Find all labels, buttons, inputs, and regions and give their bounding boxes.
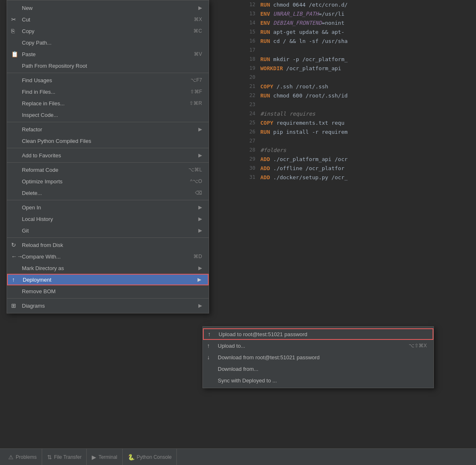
menu-item-clean-python[interactable]: Clean Python Compiled Files [7, 135, 209, 147]
cut-icon: ✂ [11, 16, 16, 23]
reload-from-disk-label: Reload from Disk [22, 242, 63, 248]
line-number: 31 [244, 174, 260, 180]
reformat-code-shortcut: ⌥⌘L [178, 167, 202, 173]
deployment-submenu: ↑Upload to root@test:51021 password↑Uplo… [202, 326, 434, 388]
menu-item-local-history[interactable]: Local History▶ [7, 213, 209, 225]
local-history-label: Local History [22, 216, 53, 222]
submenu-item-sync-with-deployed[interactable]: Sync with Deployed to ... [203, 375, 433, 386]
line-number: 30 [244, 165, 260, 171]
bottom-tab-python-console[interactable]: 🐍Python Console [123, 449, 177, 465]
paste-icon: 📋 [11, 51, 18, 57]
menu-item-open-in[interactable]: Open In▶ [7, 202, 209, 213]
bottom-tab-terminal[interactable]: ▶Terminal [87, 449, 122, 465]
copy-path-label: Copy Path... [22, 40, 52, 46]
line-content: ADD ./ocr_platform_api /ocr [260, 156, 347, 162]
compare-with-icon: ←→ [11, 253, 23, 260]
line-content: COPY /.ssh /root/.ssh [260, 83, 328, 90]
menu-item-refactor[interactable]: Refactor▶ [7, 123, 209, 135]
compare-with-shortcut: ⌘D [183, 254, 202, 259]
find-usages-shortcut: ⌥F7 [181, 77, 202, 83]
menu-item-reload-from-disk[interactable]: ↻Reload from Disk [7, 239, 209, 251]
code-line: 18RUN mkdir -p /ocr_platform_ [244, 55, 476, 64]
mark-directory-arrow: ▶ [198, 265, 202, 271]
paste-label: Paste [22, 51, 36, 57]
mark-directory-label: Mark Directory as [22, 265, 64, 271]
menu-item-cut[interactable]: ✂Cut⌘X [7, 14, 209, 25]
line-content: COPY requirements.txt requ [260, 120, 345, 126]
line-number: 18 [244, 56, 260, 62]
code-line: 17 [244, 45, 476, 55]
menu-item-find-usages[interactable]: Find Usages⌥F7 [7, 74, 209, 86]
menu-item-add-to-favorites[interactable]: Add to Favorites▶ [7, 149, 209, 161]
menu-item-diagrams[interactable]: ⊞Diagrams▶ [7, 300, 209, 311]
git-label: Git [22, 228, 29, 234]
code-line: 29ADD ./ocr_platform_api /ocr [244, 154, 476, 164]
line-number: 27 [244, 138, 260, 144]
menu-item-mark-directory[interactable]: Mark Directory as▶ [7, 262, 209, 274]
menu-item-git[interactable]: Git▶ [7, 225, 209, 236]
submenu-item-upload-to-root[interactable]: ↑Upload to root@test:51021 password [203, 328, 433, 340]
menu-item-delete[interactable]: Delete...⌫ [7, 187, 209, 199]
inspect-code-label: Inspect Code... [22, 112, 58, 118]
code-line: 21COPY /.ssh /root/.ssh [244, 82, 476, 91]
sync-with-deployed-label: Sync with Deployed to ... [218, 377, 277, 384]
copy-label: Copy [22, 28, 34, 34]
submenu-item-download-from[interactable]: Download from... [203, 363, 433, 375]
menu-item-new[interactable]: New▶ [7, 2, 209, 14]
path-from-repo-label: Path From Repository Root [22, 63, 87, 69]
file-transfer-icon: ⇅ [47, 454, 52, 460]
line-content: RUN mkdir -p /ocr_platform_ [260, 56, 347, 62]
git-arrow: ▶ [198, 228, 202, 233]
menu-separator [7, 148, 209, 148]
code-line: 19WORKDIR /ocr_platform_api [244, 64, 476, 73]
delete-label: Delete... [22, 190, 42, 196]
code-line: 24#install requires [244, 109, 476, 118]
menu-item-compare-with[interactable]: ←→Compare With...⌘D [7, 251, 209, 262]
download-from-label: Download from... [218, 366, 258, 372]
line-content: RUN chmod 600 /root/.ssh/id [260, 93, 347, 99]
menu-item-replace-in-files[interactable]: Replace in Files...⇧⌘R [7, 97, 209, 109]
menu-item-copy[interactable]: ⎘Copy⌘C [7, 25, 209, 37]
menu-item-remove-bom[interactable]: Remove BOM [7, 285, 209, 297]
line-number: 26 [244, 129, 260, 135]
remove-bom-label: Remove BOM [22, 288, 56, 294]
menu-item-path-from-repo[interactable]: Path From Repository Root [7, 60, 209, 71]
upload-to-root-icon: ↑ [208, 331, 211, 337]
upload-to-label: Upload to... [218, 343, 245, 349]
submenu-item-download-from-root[interactable]: ↓Download from root@test:51021 password [203, 351, 433, 363]
line-number: 14 [244, 20, 260, 26]
line-content: ENV UNRAR_LIB_PATH=/usr/li [260, 11, 345, 17]
open-in-arrow: ▶ [198, 204, 202, 210]
menu-item-find-in-files[interactable]: Find in Files...⇧⌘F [7, 86, 209, 97]
line-number: 23 [244, 102, 260, 107]
code-line: 22RUN chmod 600 /root/.ssh/id [244, 91, 476, 100]
upload-to-shortcut: ⌥⇧⌘X [399, 343, 427, 349]
menu-separator [7, 122, 209, 122]
menu-separator [7, 200, 209, 200]
menu-item-copy-path[interactable]: Copy Path... [7, 37, 209, 48]
bottom-tab-problems[interactable]: ⚠Problems [3, 449, 42, 465]
line-content: ENV DEBIAN_FRONTEND=nonint [260, 20, 345, 26]
menu-item-paste[interactable]: 📋Paste⌘V [7, 48, 209, 60]
submenu-item-upload-to[interactable]: ↑Upload to...⌥⇧⌘X [203, 340, 433, 351]
refactor-arrow: ▶ [198, 126, 202, 132]
download-from-root-icon: ↓ [207, 354, 210, 361]
local-history-arrow: ▶ [198, 216, 202, 222]
menu-item-deployment[interactable]: ↑Deployment▶ [7, 274, 209, 285]
code-line: 25COPY requirements.txt requ [244, 118, 476, 127]
refactor-label: Refactor [22, 126, 42, 133]
line-number: 21 [244, 83, 260, 89]
code-line: 12RUN chmod 0644 /etc/cron.d/ [244, 0, 476, 9]
menu-item-reformat-code[interactable]: Reformat Code⌥⌘L [7, 164, 209, 176]
menu-separator [7, 162, 209, 163]
file-transfer-label: File Transfer [54, 454, 82, 460]
menu-separator [7, 298, 209, 299]
find-in-files-label: Find in Files... [22, 89, 55, 95]
replace-in-files-label: Replace in Files... [22, 100, 64, 107]
bottom-tab-file-transfer[interactable]: ⇅File Transfer [42, 449, 87, 465]
terminal-icon: ▶ [92, 454, 96, 460]
menu-separator [7, 73, 209, 73]
menu-item-optimize-imports[interactable]: Optimize Imports^⌥O [7, 176, 209, 187]
line-number: 17 [244, 47, 260, 53]
menu-item-inspect-code[interactable]: Inspect Code... [7, 109, 209, 121]
